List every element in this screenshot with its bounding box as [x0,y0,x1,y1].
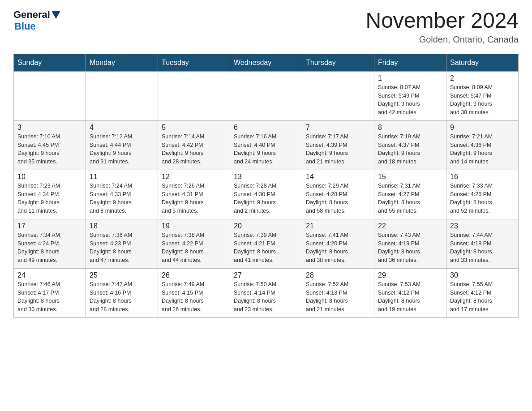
day-number: 13 [234,173,298,181]
calendar-cell: 7Sunrise: 7:17 AMSunset: 4:39 PMDaylight… [302,120,374,170]
logo-triangle-icon [51,11,60,19]
calendar-cell: 21Sunrise: 7:41 AMSunset: 4:20 PMDayligh… [302,219,374,268]
day-number: 19 [162,222,226,230]
day-number: 16 [450,173,515,181]
column-header-monday: Monday [86,54,158,71]
calendar-cell: 14Sunrise: 7:29 AMSunset: 4:28 PMDayligh… [302,170,374,219]
day-info: Sunrise: 7:21 AMSunset: 4:36 PMDaylight:… [450,133,515,166]
day-number: 12 [162,173,226,181]
day-info: Sunrise: 7:14 AMSunset: 4:42 PMDaylight:… [162,133,226,166]
calendar-cell: 4Sunrise: 7:12 AMSunset: 4:44 PMDaylight… [86,120,158,170]
calendar-cell: 6Sunrise: 7:16 AMSunset: 4:40 PMDaylight… [230,120,302,170]
calendar-cell: 13Sunrise: 7:28 AMSunset: 4:30 PMDayligh… [230,170,302,219]
calendar-week-row: 1Sunrise: 8:07 AMSunset: 5:49 PMDaylight… [14,71,519,120]
day-number: 9 [450,124,515,132]
calendar-cell: 18Sunrise: 7:36 AMSunset: 4:23 PMDayligh… [86,219,158,268]
day-number: 15 [378,173,442,181]
column-header-thursday: Thursday [302,54,374,71]
day-number: 6 [234,124,298,132]
calendar-cell: 5Sunrise: 7:14 AMSunset: 4:42 PMDaylight… [158,120,230,170]
day-info: Sunrise: 8:07 AMSunset: 5:49 PMDaylight:… [378,83,442,117]
day-number: 11 [90,173,154,181]
logo-general-text: General [13,9,50,21]
day-number: 4 [90,124,154,132]
calendar-week-row: 17Sunrise: 7:34 AMSunset: 4:24 PMDayligh… [14,219,519,268]
calendar-cell: 29Sunrise: 7:53 AMSunset: 4:12 PMDayligh… [374,268,446,317]
calendar-week-row: 24Sunrise: 7:46 AMSunset: 4:17 PMDayligh… [14,268,519,317]
calendar-cell: 25Sunrise: 7:47 AMSunset: 4:16 PMDayligh… [86,268,158,317]
day-info: Sunrise: 7:26 AMSunset: 4:31 PMDaylight:… [162,182,226,215]
day-info: Sunrise: 7:41 AMSunset: 4:20 PMDaylight:… [306,231,370,265]
day-info: Sunrise: 7:55 AMSunset: 4:12 PMDaylight:… [450,280,515,314]
column-header-tuesday: Tuesday [158,54,230,71]
day-number: 25 [90,271,154,279]
day-number: 8 [378,124,442,132]
day-info: Sunrise: 7:44 AMSunset: 4:18 PMDaylight:… [450,231,515,265]
day-info: Sunrise: 7:19 AMSunset: 4:37 PMDaylight:… [378,133,442,166]
calendar-table: SundayMondayTuesdayWednesdayThursdayFrid… [13,54,519,318]
day-info: Sunrise: 7:36 AMSunset: 4:23 PMDaylight:… [90,231,154,265]
day-info: Sunrise: 7:49 AMSunset: 4:15 PMDaylight:… [162,280,226,314]
day-info: Sunrise: 7:38 AMSunset: 4:22 PMDaylight:… [162,231,226,265]
calendar-header-row: SundayMondayTuesdayWednesdayThursdayFrid… [14,54,519,71]
day-number: 29 [378,271,442,279]
day-number: 14 [306,173,370,181]
day-info: Sunrise: 7:29 AMSunset: 4:28 PMDaylight:… [306,182,370,215]
logo-blue-text: Blue [14,21,36,32]
day-number: 22 [378,222,442,230]
calendar-cell: 11Sunrise: 7:24 AMSunset: 4:33 PMDayligh… [86,170,158,219]
day-info: Sunrise: 7:12 AMSunset: 4:44 PMDaylight:… [90,133,154,166]
day-info: Sunrise: 7:16 AMSunset: 4:40 PMDaylight:… [234,133,298,166]
calendar-cell: 30Sunrise: 7:55 AMSunset: 4:12 PMDayligh… [446,268,519,317]
column-header-saturday: Saturday [446,54,519,71]
calendar-cell: 12Sunrise: 7:26 AMSunset: 4:31 PMDayligh… [158,170,230,219]
calendar-cell [230,71,302,120]
logo: General Blue [13,9,62,32]
calendar-cell: 8Sunrise: 7:19 AMSunset: 4:37 PMDaylight… [374,120,446,170]
day-info: Sunrise: 7:33 AMSunset: 4:26 PMDaylight:… [450,182,515,215]
day-info: Sunrise: 7:31 AMSunset: 4:27 PMDaylight:… [378,182,442,215]
day-number: 24 [17,271,82,279]
calendar-cell: 17Sunrise: 7:34 AMSunset: 4:24 PMDayligh… [14,219,86,268]
day-number: 17 [17,222,82,230]
day-info: Sunrise: 7:50 AMSunset: 4:14 PMDaylight:… [234,280,298,314]
calendar-cell: 3Sunrise: 7:10 AMSunset: 4:45 PMDaylight… [14,120,86,170]
day-number: 26 [162,271,226,279]
calendar-cell [14,71,86,120]
day-info: Sunrise: 7:17 AMSunset: 4:39 PMDaylight:… [306,133,370,166]
title-area: November 2024 Golden, Ontario, Canada [365,9,519,45]
day-info: Sunrise: 7:47 AMSunset: 4:16 PMDaylight:… [90,280,154,314]
day-number: 23 [450,222,515,230]
day-info: Sunrise: 7:53 AMSunset: 4:12 PMDaylight:… [378,280,442,314]
calendar-cell: 20Sunrise: 7:39 AMSunset: 4:21 PMDayligh… [230,219,302,268]
day-info: Sunrise: 7:43 AMSunset: 4:19 PMDaylight:… [378,231,442,265]
day-number: 1 [378,74,442,82]
day-info: Sunrise: 7:23 AMSunset: 4:34 PMDaylight:… [17,182,82,215]
calendar-cell [86,71,158,120]
calendar-cell: 24Sunrise: 7:46 AMSunset: 4:17 PMDayligh… [14,268,86,317]
calendar-cell: 1Sunrise: 8:07 AMSunset: 5:49 PMDaylight… [374,71,446,120]
day-info: Sunrise: 7:28 AMSunset: 4:30 PMDaylight:… [234,182,298,215]
day-number: 2 [450,74,515,82]
column-header-friday: Friday [374,54,446,71]
calendar-cell: 23Sunrise: 7:44 AMSunset: 4:18 PMDayligh… [446,219,519,268]
day-number: 7 [306,124,370,132]
calendar-cell: 27Sunrise: 7:50 AMSunset: 4:14 PMDayligh… [230,268,302,317]
day-number: 20 [234,222,298,230]
calendar-cell: 16Sunrise: 7:33 AMSunset: 4:26 PMDayligh… [446,170,519,219]
day-info: Sunrise: 7:46 AMSunset: 4:17 PMDaylight:… [17,280,82,314]
calendar-cell: 28Sunrise: 7:52 AMSunset: 4:13 PMDayligh… [302,268,374,317]
calendar-cell: 15Sunrise: 7:31 AMSunset: 4:27 PMDayligh… [374,170,446,219]
day-number: 30 [450,271,515,279]
day-number: 3 [17,124,82,132]
calendar-cell [158,71,230,120]
day-number: 5 [162,124,226,132]
column-header-sunday: Sunday [14,54,86,71]
day-info: Sunrise: 7:39 AMSunset: 4:21 PMDaylight:… [234,231,298,265]
month-title: November 2024 [365,9,519,33]
day-info: Sunrise: 7:52 AMSunset: 4:13 PMDaylight:… [306,280,370,314]
calendar-week-row: 10Sunrise: 7:23 AMSunset: 4:34 PMDayligh… [14,170,519,219]
day-number: 27 [234,271,298,279]
day-number: 28 [306,271,370,279]
day-info: Sunrise: 8:09 AMSunset: 5:47 PMDaylight:… [450,83,515,117]
